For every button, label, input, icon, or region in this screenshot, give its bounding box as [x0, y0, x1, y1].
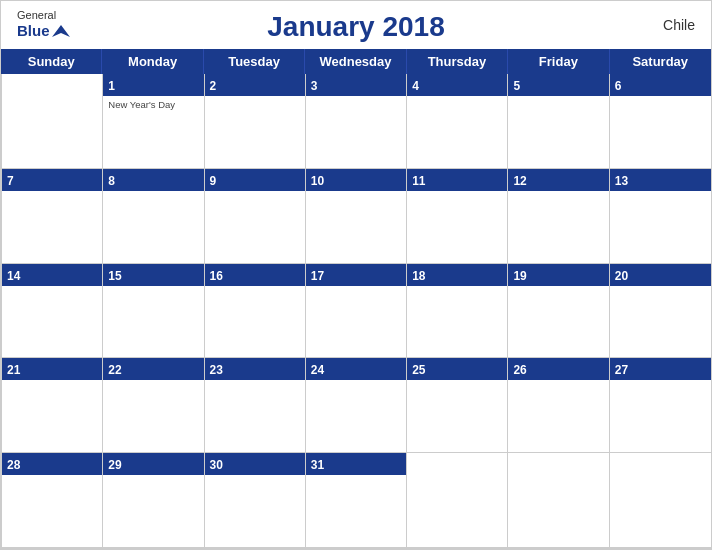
- date-23: 23: [210, 363, 223, 377]
- cell-jan-14: 14: [2, 264, 103, 358]
- date-29: 29: [108, 458, 121, 472]
- header-friday: Friday: [508, 49, 609, 74]
- logo-general: General: [17, 9, 70, 21]
- cell-jan-12: 12: [508, 169, 609, 263]
- date-17: 17: [311, 269, 324, 283]
- week-row-4: 21 22 23 24 25 26: [2, 358, 711, 453]
- date-24: 24: [311, 363, 324, 377]
- svg-marker-0: [52, 25, 70, 37]
- cell-jan-5: 5: [508, 74, 609, 168]
- holiday-new-years-day: New Year's Day: [108, 99, 198, 111]
- date-4: 4: [412, 79, 419, 93]
- week-row-3: 14 15 16 17 18 19: [2, 264, 711, 359]
- cell-jan-21: 21: [2, 358, 103, 452]
- date-19: 19: [513, 269, 526, 283]
- cell-empty-1: [2, 74, 103, 168]
- cell-empty-4: [610, 453, 711, 547]
- cell-jan-31: 31: [306, 453, 407, 547]
- header-saturday: Saturday: [610, 49, 711, 74]
- cell-jan-24: 24: [306, 358, 407, 452]
- header-tuesday: Tuesday: [204, 49, 305, 74]
- calendar-title: January 2018: [267, 11, 444, 43]
- week-row-5: 28 29 30 31: [2, 453, 711, 548]
- date-2: 2: [210, 79, 217, 93]
- header-sunday: Sunday: [1, 49, 102, 74]
- header-wednesday: Wednesday: [305, 49, 406, 74]
- date-11: 11: [412, 174, 425, 188]
- calendar-header: General Blue January 2018 Chile: [1, 1, 711, 49]
- date-9: 9: [210, 174, 217, 188]
- cell-jan-19: 19: [508, 264, 609, 358]
- cell-jan-26: 26: [508, 358, 609, 452]
- header-monday: Monday: [102, 49, 203, 74]
- weeks-container: 1 New Year's Day 2 3 4 5 6: [1, 74, 711, 549]
- cell-jan-3: 3: [306, 74, 407, 168]
- cell-jan-15: 15: [103, 264, 204, 358]
- cell-jan-25: 25: [407, 358, 508, 452]
- date-10: 10: [311, 174, 324, 188]
- cell-jan-22: 22: [103, 358, 204, 452]
- country-label: Chile: [663, 17, 695, 33]
- date-30: 30: [210, 458, 223, 472]
- cell-empty-2: [407, 453, 508, 547]
- date-27: 27: [615, 363, 628, 377]
- cell-jan-29: 29: [103, 453, 204, 547]
- generalblue-logo: General Blue: [17, 9, 70, 41]
- cell-jan-7: 7: [2, 169, 103, 263]
- date-5: 5: [513, 79, 520, 93]
- header-thursday: Thursday: [407, 49, 508, 74]
- cell-jan-6: 6: [610, 74, 711, 168]
- days-header: Sunday Monday Tuesday Wednesday Thursday…: [1, 49, 711, 74]
- date-16: 16: [210, 269, 223, 283]
- logo-blue: Blue: [17, 23, 50, 40]
- cell-jan-30: 30: [205, 453, 306, 547]
- date-1: 1: [108, 79, 115, 93]
- cell-jan-18: 18: [407, 264, 508, 358]
- date-18: 18: [412, 269, 425, 283]
- cell-empty-3: [508, 453, 609, 547]
- cell-jan-20: 20: [610, 264, 711, 358]
- cell-jan-2: 2: [205, 74, 306, 168]
- week-row-1: 1 New Year's Day 2 3 4 5 6: [2, 74, 711, 169]
- calendar-container: General Blue January 2018 Chile Sunday M…: [0, 0, 712, 550]
- date-8: 8: [108, 174, 115, 188]
- date-21: 21: [7, 363, 20, 377]
- cell-jan-4: 4: [407, 74, 508, 168]
- cell-jan-10: 10: [306, 169, 407, 263]
- cell-jan-13: 13: [610, 169, 711, 263]
- cell-jan-16: 16: [205, 264, 306, 358]
- date-28: 28: [7, 458, 20, 472]
- date-26: 26: [513, 363, 526, 377]
- date-12: 12: [513, 174, 526, 188]
- date-15: 15: [108, 269, 121, 283]
- date-6: 6: [615, 79, 622, 93]
- cell-jan-23: 23: [205, 358, 306, 452]
- date-22: 22: [108, 363, 121, 377]
- week-row-2: 7 8 9 10 11 12: [2, 169, 711, 264]
- cell-jan-27: 27: [610, 358, 711, 452]
- date-31: 31: [311, 458, 324, 472]
- date-25: 25: [412, 363, 425, 377]
- date-13: 13: [615, 174, 628, 188]
- logo-bird-icon: [52, 23, 70, 41]
- cell-jan-9: 9: [205, 169, 306, 263]
- date-20: 20: [615, 269, 628, 283]
- date-7: 7: [7, 174, 14, 188]
- cell-jan-11: 11: [407, 169, 508, 263]
- cell-jan-1: 1 New Year's Day: [103, 74, 204, 168]
- cell-jan-17: 17: [306, 264, 407, 358]
- cell-jan-28: 28: [2, 453, 103, 547]
- cell-jan-8: 8: [103, 169, 204, 263]
- date-3: 3: [311, 79, 318, 93]
- date-14: 14: [7, 269, 20, 283]
